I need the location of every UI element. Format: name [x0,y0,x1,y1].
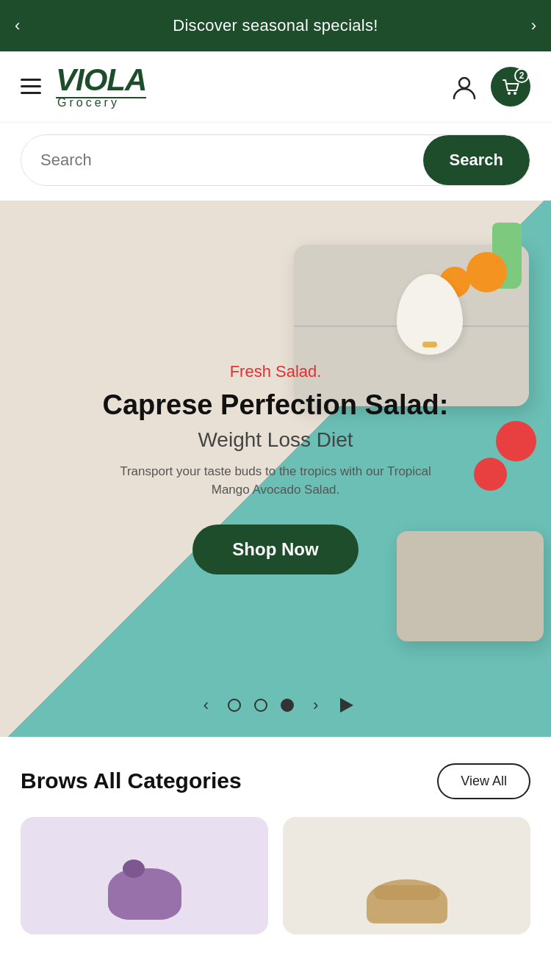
categories-grid [21,817,530,934]
hero-section: Fresh Salad. Caprese Perfection Salad: W… [0,201,551,737]
slider-dot-3[interactable] [281,699,294,712]
view-all-button[interactable]: View All [437,763,530,799]
search-input[interactable] [21,135,423,185]
hamburger-menu[interactable] [21,79,41,94]
banner-next-button[interactable]: › [531,16,536,35]
header: VIOLA Grocery 2 [0,51,551,123]
logo[interactable]: VIOLA Grocery [56,65,146,109]
hamburger-line-1 [21,79,41,81]
top-banner: ‹ Discover seasonal specials! › [0,0,551,51]
user-icon[interactable] [451,73,478,100]
svg-point-1 [508,92,511,95]
categories-title: Brows All Categories [21,768,242,793]
cart-button[interactable]: 2 [491,67,530,107]
header-left: VIOLA Grocery [21,65,146,109]
category-card-1[interactable] [21,817,268,934]
search-bar: Search [21,134,530,186]
categories-header: Brows All Categories View All [21,763,530,799]
header-right: 2 [451,67,530,107]
cart-badge: 2 [514,68,529,83]
search-bar-section: Search [0,123,551,201]
categories-section: Brows All Categories View All [0,737,551,949]
hero-content: Fresh Salad. Caprese Perfection Salad: W… [0,201,551,737]
slider-play-button[interactable] [340,698,353,713]
hero-subtitle: Weight Loss Diet [198,428,353,452]
logo-viola: VIOLA [56,65,146,96]
svg-point-0 [459,78,469,88]
hero-tag: Fresh Salad. [230,362,322,381]
slider-dot-1[interactable] [228,699,241,712]
slider-next-button[interactable]: › [307,694,324,716]
shop-now-button[interactable]: Shop Now [192,525,358,574]
search-button[interactable]: Search [423,135,530,185]
category-card-2[interactable] [283,817,530,934]
slider-prev-button[interactable]: ‹ [198,694,215,716]
hamburger-line-2 [21,85,41,87]
slider-dot-2[interactable] [254,699,267,712]
hamburger-line-3 [21,92,41,94]
category-2-decoration [367,879,447,923]
banner-text: Discover seasonal specials! [173,16,378,35]
slider-controls: ‹ › [0,694,551,716]
svg-point-2 [514,92,516,95]
banner-prev-button[interactable]: ‹ [15,16,20,35]
hero-description: Transport your taste buds to the tropics… [99,462,452,500]
hero-title: Caprese Perfection Salad: [103,389,449,422]
category-1-decoration [108,868,181,920]
logo-grocery: Grocery [56,97,146,109]
